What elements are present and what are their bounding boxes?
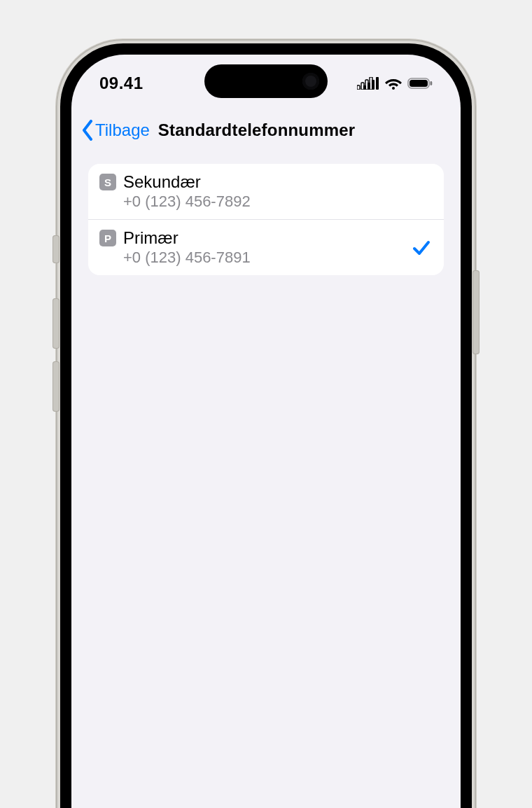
line-badge-icon: S bbox=[99, 174, 116, 190]
iphone-mockup: 09.41 bbox=[0, 0, 532, 808]
phone-bezel: 09.41 bbox=[60, 43, 472, 808]
phone-screen: 09.41 bbox=[71, 55, 461, 808]
line-badge-icon: P bbox=[99, 230, 116, 246]
content-area: S Sekundær +0 (123) 456-7892 P Primær +0… bbox=[88, 164, 444, 275]
chevron-left-icon bbox=[81, 120, 94, 141]
mute-switch bbox=[52, 235, 59, 263]
status-time: 09.41 bbox=[99, 67, 144, 93]
svg-rect-5 bbox=[368, 83, 370, 90]
back-label: Tilbage bbox=[95, 120, 150, 140]
line-number: +0 (123) 456-7891 bbox=[123, 248, 406, 267]
line-number: +0 (123) 456-7892 bbox=[123, 192, 431, 211]
cellular-dual-sim-icon bbox=[357, 77, 379, 90]
checkmark-icon bbox=[412, 238, 431, 258]
line-text: Primær +0 (123) 456-7891 bbox=[123, 228, 406, 267]
svg-rect-6 bbox=[372, 80, 374, 90]
svg-rect-7 bbox=[376, 77, 379, 90]
page-title: Standardtelefonnummer bbox=[158, 120, 356, 140]
nav-bar: Tilbage Standardtelefonnummer bbox=[71, 111, 461, 150]
back-button[interactable]: Tilbage bbox=[81, 120, 150, 141]
line-option-primary[interactable]: P Primær +0 (123) 456-7891 bbox=[88, 219, 444, 275]
status-icons bbox=[357, 70, 433, 90]
svg-rect-0 bbox=[357, 85, 360, 90]
line-option-secondary[interactable]: S Sekundær +0 (123) 456-7892 bbox=[88, 164, 444, 219]
wifi-icon bbox=[385, 77, 402, 90]
svg-rect-10 bbox=[410, 80, 428, 87]
status-bar: 09.41 bbox=[71, 55, 461, 105]
phone-frame: 09.41 bbox=[56, 39, 476, 808]
line-select-card: S Sekundær +0 (123) 456-7892 P Primær +0… bbox=[88, 164, 444, 275]
volume-up-button bbox=[52, 298, 59, 349]
line-text: Sekundær +0 (123) 456-7892 bbox=[123, 172, 431, 211]
svg-point-8 bbox=[392, 87, 395, 90]
power-button bbox=[472, 270, 479, 354]
svg-rect-4 bbox=[363, 85, 366, 90]
line-label: Sekundær bbox=[123, 172, 431, 192]
line-label: Primær bbox=[123, 228, 406, 248]
volume-down-button bbox=[52, 361, 59, 412]
svg-rect-11 bbox=[430, 81, 433, 85]
battery-icon bbox=[407, 77, 433, 90]
